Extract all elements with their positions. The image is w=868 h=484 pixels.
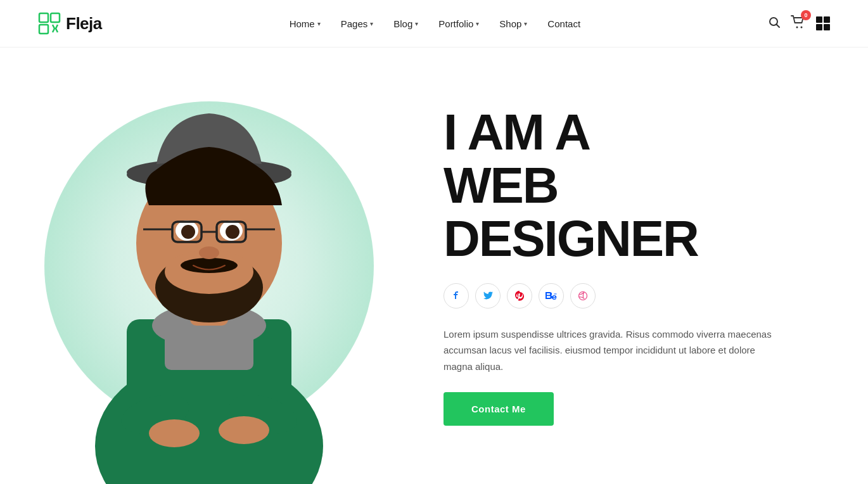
svg-point-14: [219, 416, 269, 444]
social-pinterest-button[interactable]: [507, 283, 532, 309]
chevron-down-icon: ▾: [370, 20, 373, 27]
svg-rect-2: [39, 25, 48, 34]
header-icons: 0: [768, 15, 830, 32]
nav-label-portfolio: Portfolio: [438, 18, 473, 29]
social-facebook-button[interactable]: [444, 283, 469, 309]
nav-item-contact[interactable]: Contact: [547, 18, 580, 29]
nav-label-home: Home: [290, 18, 315, 29]
svg-rect-0: [39, 13, 48, 22]
svg-point-5: [796, 27, 798, 29]
nav-item-portfolio[interactable]: Portfolio ▾: [438, 18, 479, 29]
hero-section: I AM A WEB DESIGNER: [0, 48, 868, 484]
hero-content: I AM A WEB DESIGNER: [418, 68, 868, 464]
grid-cell: [816, 16, 822, 23]
grid-menu-button[interactable]: [816, 16, 830, 30]
nav-item-home[interactable]: Home ▾: [290, 18, 321, 29]
hero-title-line1: I AM A: [444, 104, 590, 160]
cart-button[interactable]: 0: [791, 15, 806, 32]
chevron-down-icon: ▾: [317, 20, 321, 27]
svg-rect-1: [51, 13, 60, 22]
grid-cell: [816, 24, 822, 30]
contact-me-button[interactable]: Contact Me: [444, 392, 554, 426]
svg-rect-10: [165, 319, 253, 370]
nav-item-pages[interactable]: Pages ▾: [341, 18, 374, 29]
hero-title-line2: WEB DESIGNER: [444, 157, 698, 267]
nav-item-shop[interactable]: Shop ▾: [499, 18, 527, 29]
search-button[interactable]: [768, 16, 781, 32]
svg-point-6: [801, 27, 803, 29]
main-nav: Home ▾ Pages ▾ Blog ▾ Portfolio ▾ Shop ▾…: [290, 18, 580, 29]
svg-point-31: [199, 246, 219, 259]
nav-label-contact: Contact: [547, 18, 580, 29]
hero-image-area: [0, 48, 418, 484]
nav-label-shop: Shop: [499, 18, 521, 29]
logo[interactable]: Fleja: [38, 12, 102, 35]
cart-badge: 0: [801, 10, 811, 20]
logo-icon: [38, 12, 61, 35]
svg-point-19: [181, 258, 238, 273]
grid-cell: [824, 16, 830, 23]
svg-point-23: [226, 225, 239, 239]
social-twitter-button[interactable]: [475, 283, 501, 309]
person-image: [57, 79, 361, 484]
social-behance-button[interactable]: [539, 283, 564, 309]
svg-point-13: [149, 419, 200, 447]
site-header: Fleja Home ▾ Pages ▾ Blog ▾ Portfolio ▾ …: [0, 0, 868, 48]
hero-title: I AM A WEB DESIGNER: [444, 106, 817, 265]
social-icons-group: [444, 283, 817, 309]
svg-line-4: [777, 24, 780, 27]
chevron-down-icon: ▾: [476, 20, 479, 27]
hero-description: Lorem ipsum suspendisse ultrices gravida…: [444, 326, 786, 375]
social-dribbble-button[interactable]: [570, 283, 596, 309]
nav-item-blog[interactable]: Blog ▾: [393, 18, 418, 29]
nav-label-blog: Blog: [393, 18, 412, 29]
logo-text: Fleja: [66, 14, 102, 34]
chevron-down-icon: ▾: [524, 20, 527, 27]
grid-cell: [824, 24, 830, 30]
nav-label-pages: Pages: [341, 18, 368, 29]
svg-point-22: [181, 225, 195, 239]
chevron-down-icon: ▾: [415, 20, 418, 27]
